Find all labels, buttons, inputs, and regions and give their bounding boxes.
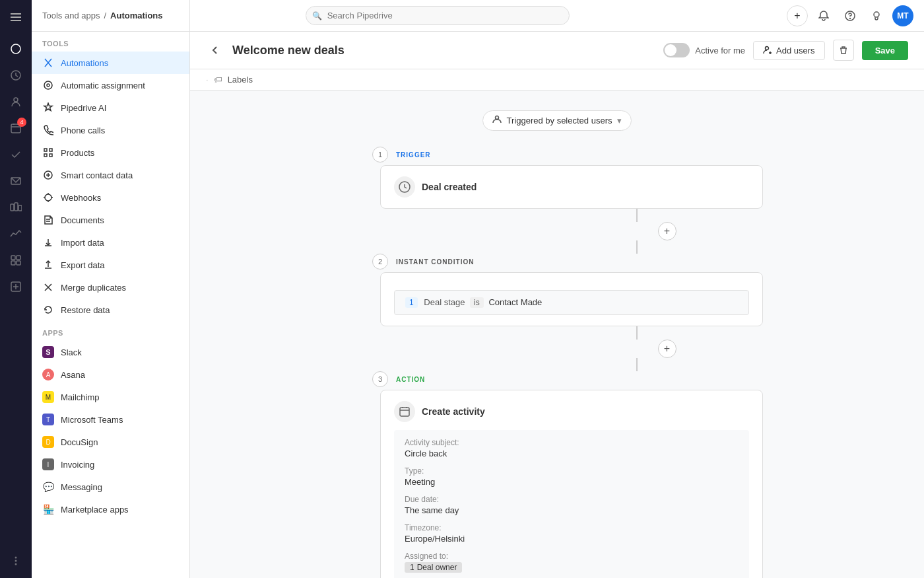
- sidebar-item-docusign[interactable]: DDocuSign: [32, 431, 189, 453]
- automation-title: Welcome new deals: [232, 44, 345, 57]
- sidebar-item-phone-calls[interactable]: Phone calls: [32, 119, 189, 141]
- step-1-title: Deal created: [422, 182, 477, 192]
- sidebar-item-import-data[interactable]: Import data: [32, 231, 189, 254]
- step-1-card[interactable]: Deal created: [380, 165, 763, 209]
- sub-header: · 🏷 Labels: [190, 69, 924, 90]
- nav-insights-icon[interactable]: [4, 222, 28, 246]
- action-field-type: Type: Meeting: [405, 466, 739, 487]
- automations-label: Automations: [61, 58, 108, 68]
- sidebar-item-slack[interactable]: SSlack: [32, 341, 189, 363]
- svg-rect-0: [11, 13, 21, 15]
- sidebar-item-webhooks[interactable]: Webhooks: [32, 186, 189, 209]
- export-data-icon: [42, 259, 54, 271]
- slack-label: Slack: [61, 347, 82, 357]
- tools-list: AutomationsAutomatic assignmentPipedrive…: [32, 52, 189, 321]
- search-container: 🔍: [306, 6, 570, 25]
- nav-mail-icon[interactable]: [4, 169, 28, 193]
- topbar-actions: + MT: [787, 5, 913, 26]
- step-2-card[interactable]: 1 Deal stage is Contact Made: [380, 272, 763, 326]
- nav-contacts-icon[interactable]: [4, 90, 28, 114]
- step-3: 3 ACTION Create activity Activity subjec…: [359, 371, 755, 578]
- search-input[interactable]: [306, 6, 570, 25]
- svg-point-18: [15, 563, 17, 565]
- active-label: Active for me: [695, 46, 745, 55]
- user-avatar[interactable]: MT: [892, 5, 913, 26]
- automatic-assignment-icon: [42, 79, 54, 91]
- action-subject-value: Circle back: [405, 449, 739, 458]
- sidebar-item-mailchimp[interactable]: MMailchimp: [32, 386, 189, 408]
- add-step-2-button[interactable]: +: [658, 340, 676, 358]
- labels-text[interactable]: Labels: [228, 75, 253, 85]
- sidebar-item-merge-duplicates[interactable]: Merge duplicates: [32, 276, 189, 299]
- delete-button[interactable]: [833, 40, 854, 61]
- sidebar-item-export-data[interactable]: Export data: [32, 254, 189, 276]
- notifications-icon[interactable]: [813, 5, 834, 26]
- automation-canvas: Triggered by selected users ▾ 1 TRIGGER …: [190, 90, 924, 578]
- condition-number-tag: 1: [405, 297, 418, 308]
- svg-point-22: [849, 18, 850, 18]
- sidebar-item-automations[interactable]: Automations: [32, 52, 189, 74]
- global-topbar: 🔍 + MT: [190, 0, 924, 32]
- trigger-selector[interactable]: Triggered by selected users ▾: [482, 110, 632, 131]
- labels-icon: 🏷: [214, 75, 222, 85]
- step-1-icon: [394, 176, 415, 198]
- webhooks-label: Webhooks: [61, 193, 101, 203]
- step-1-header: 1 TRIGGER: [372, 147, 431, 163]
- add-users-label: Add users: [776, 46, 815, 55]
- connector-1: +: [438, 209, 676, 254]
- sidebar-item-smart-contact-data[interactable]: Smart contact data: [32, 164, 189, 186]
- save-button[interactable]: Save: [862, 41, 908, 60]
- sidebar-item-messaging[interactable]: 💬Messaging: [32, 476, 189, 498]
- nav-home-icon[interactable]: [4, 37, 28, 61]
- trigger-selector-label: Triggered by selected users: [507, 116, 612, 126]
- svg-point-5: [14, 98, 18, 102]
- sidebar-item-pipedrive-ai[interactable]: Pipedrive AI: [32, 96, 189, 119]
- connector-line-2: [636, 326, 638, 340]
- action-field-subject: Activity subject: Circle back: [405, 438, 739, 458]
- sidebar-item-microsoft-teams[interactable]: TMicrosoft Teams: [32, 408, 189, 431]
- nav-campaigns-icon[interactable]: [4, 143, 28, 166]
- sidebar-item-invoicing[interactable]: IInvoicing: [32, 453, 189, 476]
- documents-icon: [42, 214, 54, 226]
- action-details: Activity subject: Circle back Type: Meet…: [394, 430, 749, 578]
- connector-line-1: [636, 209, 638, 222]
- add-users-button[interactable]: Add users: [753, 41, 825, 60]
- breadcrumb: Tools and apps / Automations: [42, 11, 163, 20]
- sidebar-item-marketplace-apps[interactable]: 🏪Marketplace apps: [32, 498, 189, 521]
- action-type-value: Meeting: [405, 477, 739, 487]
- condition-value: Contact Made: [488, 297, 542, 307]
- nav-deals-icon[interactable]: [4, 63, 28, 87]
- nav-products-icon[interactable]: [4, 248, 28, 272]
- assigned-badge-text: Deal owner: [417, 563, 457, 572]
- add-step-1-button[interactable]: +: [658, 222, 676, 240]
- global-add-button[interactable]: +: [787, 5, 808, 26]
- back-button[interactable]: [206, 41, 224, 59]
- step-3-card[interactable]: Create activity Activity subject: Circle…: [380, 390, 763, 578]
- nav-marketplace-icon[interactable]: [4, 275, 28, 299]
- ideas-icon[interactable]: [866, 5, 887, 26]
- automation-header: Welcome new deals Active for me Add user…: [190, 32, 924, 69]
- sidebar-item-documents[interactable]: Documents: [32, 209, 189, 231]
- action-due-label: Due date:: [405, 495, 739, 504]
- nav-pipeline-icon[interactable]: [4, 196, 28, 219]
- restore-data-icon: [42, 304, 54, 316]
- nav-more-icon[interactable]: [4, 549, 28, 573]
- sidebar-item-products[interactable]: Products: [32, 141, 189, 164]
- pipedrive-ai-icon: [42, 102, 54, 114]
- svg-point-3: [11, 44, 20, 54]
- docusign-label: DocuSign: [61, 437, 98, 447]
- sidebar-item-restore-data[interactable]: Restore data: [32, 299, 189, 321]
- active-toggle[interactable]: [663, 43, 690, 57]
- help-icon[interactable]: [840, 5, 861, 26]
- assigned-badge: 1 Deal owner: [405, 562, 462, 573]
- microsoft-teams-label: Microsoft Teams: [61, 415, 123, 425]
- sidebar-item-automatic-assignment[interactable]: Automatic assignment: [32, 74, 189, 96]
- tools-section-label: TOOLS: [32, 32, 189, 52]
- action-tz-label: Timezone:: [405, 523, 739, 532]
- action-field-assigned: Assigned to: 1 Deal owner: [405, 552, 739, 573]
- nav-menu-icon[interactable]: [4, 5, 28, 29]
- sidebar-item-asana[interactable]: AAsana: [32, 363, 189, 386]
- nav-activities-icon[interactable]: 4: [4, 116, 28, 140]
- mailchimp-icon: M: [42, 391, 54, 403]
- main-content: 🔍 + MT Welcome new deals Active for: [190, 0, 924, 578]
